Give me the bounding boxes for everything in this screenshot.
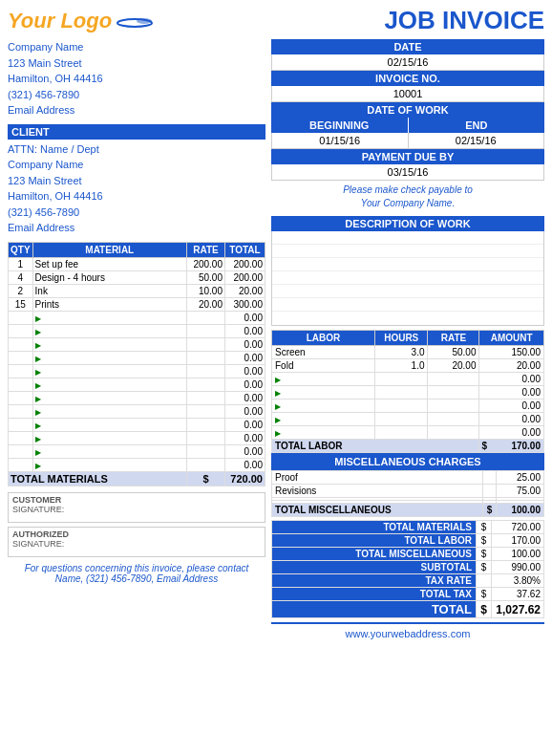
subtotal-row: SUBTOTAL $ 990.00 xyxy=(272,561,544,574)
payment-due-value: 03/15/16 xyxy=(271,164,544,181)
payable-note: Please make check payable to Your Compan… xyxy=(271,181,544,213)
mat-row-13: ▶ 0.00 xyxy=(9,431,265,444)
mat-row-10: ▶ 0.00 xyxy=(9,391,265,404)
misc-total-dollar: $ xyxy=(483,504,497,517)
total-tax-row: TOTAL TAX $ 37.62 xyxy=(272,588,544,601)
mat-row-7: ▶ 0.00 xyxy=(9,351,265,364)
company-address: 123 Main Street xyxy=(8,55,265,72)
labor-row-1: Fold 1.0 20.00 20.00 xyxy=(272,359,544,373)
client-city: Hamilton, OH 44416 xyxy=(8,188,265,205)
labor-total-label: TOTAL LABOR xyxy=(272,440,479,453)
total-tax-label: TOTAL TAX xyxy=(272,588,477,601)
end-label: END xyxy=(409,118,545,133)
total-tax-dollar: $ xyxy=(477,588,492,601)
mat-row-12: ▶ 0.00 xyxy=(9,418,265,431)
labor-row-2: ▶ 0.00 xyxy=(272,373,544,386)
company-city: Hamilton, OH 44416 xyxy=(8,71,265,87)
beginning-label: BEGINNING xyxy=(271,118,409,133)
mat-total-dollar: $ xyxy=(187,471,225,486)
labor-col-hours: HOURS xyxy=(374,331,428,346)
misc-table: Proof 25.00 Revisions 75.00 TOTAL MISCEL… xyxy=(271,470,544,517)
total-labor-value: 170.00 xyxy=(492,534,544,548)
desc-row-4 xyxy=(272,285,543,298)
desc-rows xyxy=(271,231,544,326)
total-misc-row: TOTAL MISCELLANEOUS $ 100.00 xyxy=(272,548,544,561)
subtotal-dollar: $ xyxy=(477,561,492,574)
authorized-sig-box: AUTHORIZED SIGNATURE: xyxy=(8,527,265,557)
labor-col-amount: AMOUNT xyxy=(479,331,544,346)
labor-row-3: ▶ 0.00 xyxy=(272,386,544,400)
company-name: Company Name xyxy=(8,39,265,55)
mat-row-8: ▶ 0.00 xyxy=(9,364,265,378)
mat-row-4: ▶ 0.00 xyxy=(9,311,265,324)
payment-due-label: PAYMENT DUE BY xyxy=(271,149,544,164)
grand-total-row: TOTAL $ 1,027.62 xyxy=(272,601,544,618)
svg-point-1 xyxy=(137,18,152,24)
mat-row-6: ▶ 0.00 xyxy=(9,337,265,351)
desc-row-5 xyxy=(272,298,543,312)
invoice-label: INVOICE NO. xyxy=(271,71,544,86)
total-labor-dollar: $ xyxy=(477,534,492,548)
labor-row-4: ▶ 0.00 xyxy=(272,400,544,413)
footer-note-line1: For questions concerning this invoice, p… xyxy=(8,563,265,573)
total-value: 1,027.62 xyxy=(492,601,544,618)
logo-text: Your Logo xyxy=(8,9,112,33)
misc-row-1: Revisions 75.00 xyxy=(272,485,544,498)
subtotal-label: SUBTOTAL xyxy=(272,561,477,574)
payable-note-line1: Please make check payable to xyxy=(271,184,544,197)
mat-col-total: TOTAL xyxy=(225,242,265,257)
client-info: ATTN: Name / Dept Company Name 123 Main … xyxy=(8,141,265,236)
desc-row-6 xyxy=(272,312,543,325)
footer-note-line2: Name, (321) 456-7890, Email Address xyxy=(8,573,265,584)
mat-total-value: 720.00 xyxy=(225,471,265,486)
beginning-value: 01/15/16 xyxy=(272,133,409,148)
payable-note-line2: Your Company Name. xyxy=(271,197,544,210)
company-phone: (321) 456-7890 xyxy=(8,87,265,103)
desc-row-2 xyxy=(272,258,543,271)
client-email: Email Address xyxy=(8,220,265,236)
client-header: CLIENT xyxy=(8,124,265,140)
authorized-sig-label: AUTHORIZED xyxy=(12,529,261,539)
company-email: Email Address xyxy=(8,102,265,119)
mat-col-material: MATERIAL xyxy=(32,242,186,257)
mat-row-0: 1 Set up fee 200.00 200.00 xyxy=(9,257,265,270)
customer-sig-box: CUSTOMER SIGNATURE: xyxy=(8,492,265,523)
date-value: 02/15/16 xyxy=(271,54,544,71)
mat-row-3: 15 Prints 20.00 300.00 xyxy=(9,297,265,311)
mat-total-label: TOTAL MATERIALS xyxy=(9,471,187,486)
mat-row-15: ▶ 0.00 xyxy=(9,458,265,471)
footer-note: For questions concerning this invoice, p… xyxy=(8,563,265,584)
end-value: 02/15/16 xyxy=(409,133,544,148)
subtotal-value: 990.00 xyxy=(492,561,544,574)
total-misc-value: 100.00 xyxy=(492,548,544,561)
misc-row-0: Proof 25.00 xyxy=(272,471,544,485)
logo-area: Your Logo xyxy=(8,9,154,33)
total-misc-dollar: $ xyxy=(477,548,492,561)
tax-rate-dollar xyxy=(477,574,492,588)
date-of-work-label: DATE OF WORK xyxy=(271,102,544,118)
labor-total-value: $ 170.00 xyxy=(479,440,544,453)
total-labor-row: TOTAL LABOR $ 170.00 xyxy=(272,534,544,548)
labor-row-5: ▶ 0.00 xyxy=(272,413,544,426)
total-materials-row: TOTAL MATERIALS $ 720.00 xyxy=(272,521,544,534)
mat-row-2: 2 Ink 10.00 20.00 xyxy=(9,284,265,297)
labor-table: LABOR HOURS RATE AMOUNT Screen 3.0 50.00… xyxy=(271,330,544,453)
misc-header: MISCELLANEOUS CHARGES xyxy=(271,453,544,470)
company-info: Company Name 123 Main Street Hamilton, O… xyxy=(8,39,265,119)
total-materials-value: 720.00 xyxy=(492,521,544,534)
labor-col-rate: RATE xyxy=(428,331,479,346)
total-materials-label: TOTAL MATERIALS xyxy=(272,521,477,534)
misc-total-value: 100.00 xyxy=(497,504,544,517)
client-attn: ATTN: Name / Dept xyxy=(8,141,265,158)
authorized-sig-line: SIGNATURE: xyxy=(12,539,261,549)
client-address: 123 Main Street xyxy=(8,173,265,189)
total-tax-value: 37.62 xyxy=(492,588,544,601)
client-phone: (321) 456-7890 xyxy=(8,205,265,221)
mat-row-11: ▶ 0.00 xyxy=(9,404,265,418)
total-dollar: $ xyxy=(477,601,492,618)
misc-total-label: TOTAL MISCELLANEOUS xyxy=(272,504,483,517)
tax-rate-value: 3.80% xyxy=(492,574,544,588)
labor-row-0: Screen 3.0 50.00 150.00 xyxy=(272,346,544,359)
total-materials-dollar: $ xyxy=(477,521,492,534)
date-range-values: 01/15/16 02/15/16 xyxy=(271,133,544,149)
